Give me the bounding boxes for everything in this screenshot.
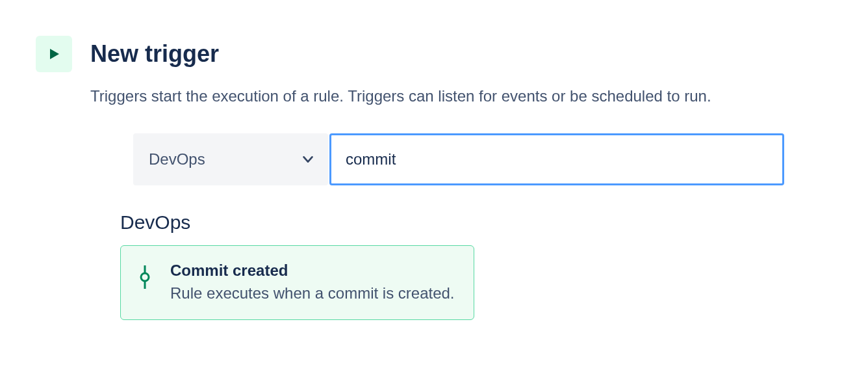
play-icon bbox=[46, 46, 62, 62]
page-description: Triggers start the execution of a rule. … bbox=[90, 85, 832, 107]
dropdown-label: DevOps bbox=[149, 150, 205, 168]
category-dropdown[interactable]: DevOps bbox=[133, 133, 328, 185]
play-icon-container bbox=[36, 36, 72, 72]
header-row: New trigger bbox=[36, 36, 832, 72]
filter-row: DevOps bbox=[133, 133, 832, 185]
trigger-card-commit-created[interactable]: Commit created Rule executes when a comm… bbox=[120, 245, 474, 321]
result-title: Commit created bbox=[170, 262, 455, 280]
commit-icon bbox=[139, 265, 151, 289]
svg-point-1 bbox=[141, 273, 149, 281]
search-input[interactable] bbox=[329, 133, 784, 185]
page-title: New trigger bbox=[90, 42, 219, 66]
category-title: DevOps bbox=[120, 211, 832, 234]
chevron-down-icon bbox=[301, 152, 315, 167]
result-description: Rule executes when a commit is created. bbox=[170, 282, 455, 304]
commit-icon-wrap bbox=[139, 262, 151, 289]
result-text: Commit created Rule executes when a comm… bbox=[170, 262, 455, 304]
